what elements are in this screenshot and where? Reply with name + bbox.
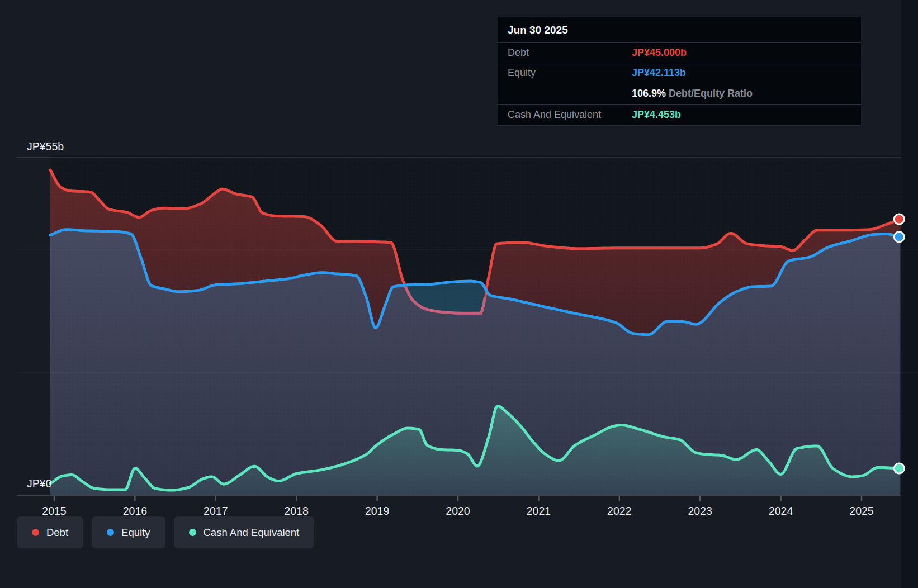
chart-legend: Debt Equity Cash And Equivalent <box>17 516 314 548</box>
x-axis-label: 2017 <box>204 505 228 517</box>
legend-item-cash[interactable]: Cash And Equivalent <box>174 516 315 548</box>
tooltip-row-debt: Debt JP¥45.000b <box>498 42 861 63</box>
equity-dot-icon <box>107 529 114 536</box>
legend-item-equity[interactable]: Equity <box>92 516 165 548</box>
y-axis-label-max: JP¥55b <box>27 140 64 153</box>
x-axis-label: 2022 <box>607 505 631 517</box>
tooltip-debt-value: JP¥45.000b <box>632 47 851 59</box>
cash-dot-icon <box>189 529 196 536</box>
x-axis-label: 2018 <box>285 505 309 517</box>
legend-cash-label: Cash And Equivalent <box>204 527 300 539</box>
tooltip-date: Jun 30 2025 <box>498 17 861 42</box>
debt-dot-icon <box>32 529 39 536</box>
x-axis-label: 2016 <box>123 505 147 517</box>
x-axis-label: 2019 <box>365 505 389 517</box>
legend-item-debt[interactable]: Debt <box>17 516 83 548</box>
y-axis-label-zero: JP¥0 <box>27 477 52 490</box>
tooltip-row-cash: Cash And Equivalent JP¥4.453b <box>498 104 861 126</box>
tooltip-equity-label: Equity <box>508 67 632 79</box>
cash-endpoint-marker <box>894 463 904 473</box>
chart-tooltip: Jun 30 2025 Debt JP¥45.000b Equity JP¥42… <box>498 17 861 126</box>
x-axis-label: 2025 <box>849 505 874 517</box>
x-axis-label: 2023 <box>688 505 712 517</box>
tooltip-ratio-label: Debt/Equity Ratio <box>669 88 753 99</box>
tooltip-row-ratio: 106.9% Debt/Equity Ratio <box>498 83 861 104</box>
legend-equity-label: Equity <box>121 527 150 539</box>
x-axis-label: 2021 <box>527 505 551 517</box>
tooltip-cash-value: JP¥4.453b <box>632 109 851 121</box>
debt-equity-chart-page: JP¥55b JP¥0 2015201620172018201920202021… <box>0 0 918 588</box>
x-axis-labels: 2015201620172018201920202021202220232024… <box>42 505 874 517</box>
debt-endpoint-marker <box>894 214 904 224</box>
x-axis-label: 2024 <box>769 505 793 517</box>
tooltip-row-equity: Equity JP¥42.113b <box>498 63 861 83</box>
tooltip-cash-label: Cash And Equivalent <box>508 109 632 121</box>
tooltip-debt-label: Debt <box>508 47 632 59</box>
tooltip-ratio-pct: 106.9% <box>632 88 666 99</box>
right-gutter <box>901 0 918 588</box>
tooltip-equity-value: JP¥42.113b <box>632 67 851 79</box>
x-axis-label: 2020 <box>446 505 470 517</box>
x-axis-label: 2015 <box>42 505 67 517</box>
equity-endpoint-marker <box>894 232 904 242</box>
plot-texture <box>50 155 901 496</box>
legend-debt-label: Debt <box>46 527 68 539</box>
